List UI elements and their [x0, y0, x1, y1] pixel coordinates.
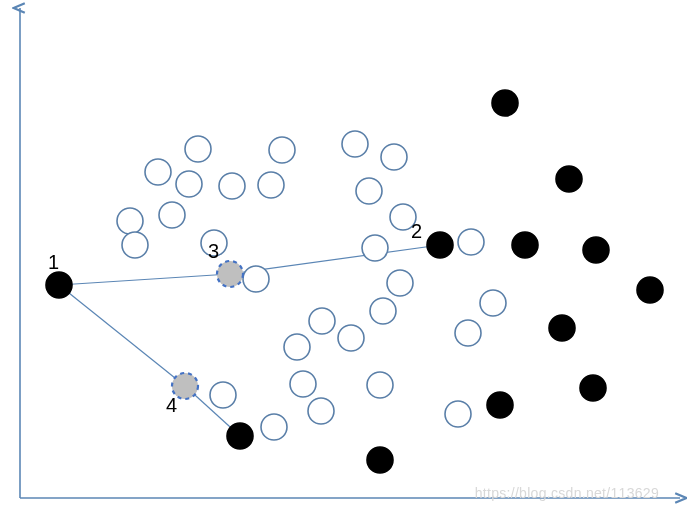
point-class-black	[227, 423, 253, 449]
point-class-white	[458, 229, 484, 255]
point-class-black	[549, 315, 575, 341]
point-class-black	[580, 375, 606, 401]
point-class-black	[367, 447, 393, 473]
point-class-white	[243, 266, 269, 292]
point-class-white	[269, 137, 295, 163]
point-highlighted-gray	[217, 261, 243, 287]
point-class-white	[122, 232, 148, 258]
point-class-black	[512, 232, 538, 258]
point-class-white	[367, 372, 393, 398]
point-class-white	[480, 290, 506, 316]
watermark-text: https://blog.csdn.net/113629	[475, 485, 659, 501]
point-class-white	[159, 202, 185, 228]
point-class-white	[210, 382, 236, 408]
point-class-black	[492, 90, 518, 116]
point-class-white	[219, 173, 245, 199]
point-class-black	[556, 166, 582, 192]
point-label-1: 1	[48, 251, 59, 274]
connection-line	[59, 274, 230, 285]
point-class-white	[445, 401, 471, 427]
point-class-black	[637, 277, 663, 303]
point-class-white	[455, 320, 481, 346]
point-class-white	[387, 270, 413, 296]
point-class-white	[176, 171, 202, 197]
point-class-white	[185, 136, 211, 162]
point-class-white	[362, 235, 388, 261]
point-class-white	[258, 172, 284, 198]
point-class-black	[583, 237, 609, 263]
point-class-white	[309, 308, 335, 334]
point-class-white	[290, 371, 316, 397]
point-class-black	[487, 392, 513, 418]
scatter-plot-svg	[0, 0, 687, 519]
point-class-white	[284, 334, 310, 360]
point-label-2: 2	[411, 220, 422, 243]
point-class-black	[46, 272, 72, 298]
point-class-white	[338, 325, 364, 351]
point-class-black	[427, 232, 453, 258]
chart-container: 1 2 3 4 https://blog.csdn.net/113629	[0, 0, 687, 519]
point-class-white	[308, 398, 334, 424]
point-class-white	[356, 178, 382, 204]
point-class-white	[117, 208, 143, 234]
point-class-white	[342, 131, 368, 157]
point-class-white	[261, 414, 287, 440]
point-label-4: 4	[166, 394, 177, 417]
point-label-3: 3	[208, 240, 219, 263]
point-class-white	[370, 298, 396, 324]
connection-line	[59, 285, 185, 386]
point-class-white	[381, 144, 407, 170]
point-class-white	[145, 159, 171, 185]
